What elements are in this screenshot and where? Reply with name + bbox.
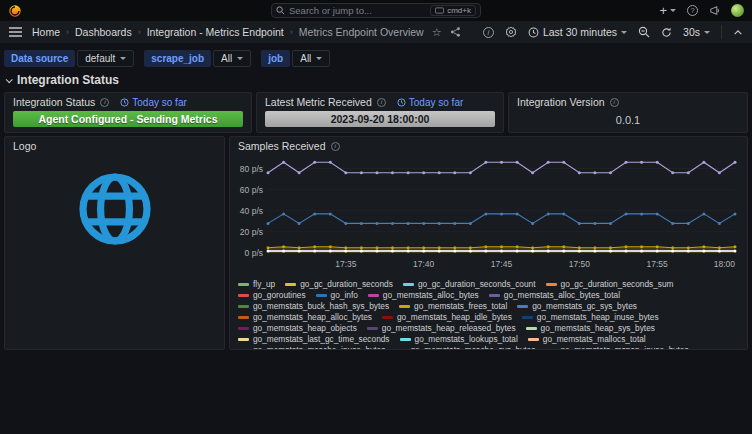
- legend-label: go_memstats_buck_hash_sys_bytes: [253, 301, 389, 312]
- variable-value: All: [221, 53, 232, 64]
- variable-data-source[interactable]: Data source default: [4, 50, 134, 67]
- panel-title: Integration Status: [13, 96, 95, 108]
- dashboard-insights-icon[interactable]: i: [483, 27, 494, 38]
- breadcrumb-home[interactable]: Home: [32, 26, 60, 38]
- section-title: Integration Status: [17, 73, 119, 87]
- legend-item[interactable]: go_memstats_heap_released_bytes: [367, 323, 516, 334]
- dashboard-content: Data source default scrape_job All job A…: [0, 43, 752, 350]
- help-icon[interactable]: ?: [687, 5, 698, 16]
- section-chevron-icon: [6, 76, 13, 83]
- chart-legend: fly_upgo_gc_duration_secondsgo_gc_durati…: [230, 277, 747, 350]
- legend-item[interactable]: go_memstats_mallocs_total: [528, 334, 646, 345]
- refresh-icon[interactable]: [661, 27, 672, 38]
- legend-label: go_info: [331, 290, 358, 301]
- variable-scrape-job[interactable]: scrape_job All: [144, 50, 251, 67]
- svg-text:17:50: 17:50: [569, 259, 591, 269]
- legend-item[interactable]: go_gc_duration_seconds: [285, 279, 393, 290]
- legend-item[interactable]: go_gc_duration_seconds_count: [403, 279, 536, 290]
- panel-title: Integration Version: [517, 96, 605, 108]
- legend-swatch-icon: [367, 327, 378, 330]
- legend-item[interactable]: fly_up: [238, 279, 275, 290]
- legend-swatch-icon: [395, 349, 406, 350]
- breadcrumb-current: Metrics Endpoint Overview: [299, 26, 424, 38]
- clock-icon: [120, 98, 129, 107]
- search-input[interactable]: Search or jump to... cmd+k: [271, 3, 481, 18]
- info-icon[interactable]: i: [331, 142, 340, 151]
- panel-time-override: Today so far: [397, 97, 463, 108]
- legend-label: go_memstats_mcache_sys_bytes: [410, 345, 535, 350]
- breadcrumb-dashboards[interactable]: Dashboards: [75, 26, 132, 38]
- legend-item[interactable]: go_memstats_mcache_inuse_bytes: [238, 345, 385, 350]
- panel-logo: Logo: [4, 136, 225, 350]
- legend-item[interactable]: go_memstats_gc_sys_bytes: [517, 301, 637, 312]
- svg-text:17:55: 17:55: [647, 259, 669, 269]
- legend-swatch-icon: [238, 294, 249, 297]
- legend-item[interactable]: go_gc_duration_seconds_sum: [546, 279, 674, 290]
- legend-item[interactable]: go_memstats_mspan_inuse_bytes: [545, 345, 688, 350]
- legend-swatch-icon: [368, 294, 379, 297]
- share-icon[interactable]: [450, 27, 461, 37]
- grafana-logo-icon[interactable]: [8, 4, 22, 18]
- chevron-down-icon: [704, 31, 710, 34]
- legend-item[interactable]: go_memstats_alloc_bytes: [368, 290, 479, 301]
- svg-text:17:45: 17:45: [491, 259, 513, 269]
- star-icon[interactable]: ☆: [432, 27, 442, 38]
- legend-label: go_memstats_mspan_inuse_bytes: [560, 345, 688, 350]
- legend-item[interactable]: go_memstats_alloc_bytes_total: [489, 290, 620, 301]
- legend-label: go_gc_duration_seconds: [300, 279, 393, 290]
- legend-label: go_memstats_heap_idle_bytes: [397, 312, 512, 323]
- legend-item[interactable]: go_memstats_heap_idle_bytes: [382, 312, 512, 323]
- legend-label: fly_up: [253, 279, 275, 290]
- legend-item[interactable]: go_memstats_mcache_sys_bytes: [395, 345, 535, 350]
- legend-item[interactable]: go_memstats_heap_objects: [238, 323, 357, 334]
- legend-item[interactable]: go_memstats_lookups_total: [400, 334, 518, 345]
- legend-swatch-icon: [238, 305, 249, 308]
- refresh-interval-picker[interactable]: 30s: [683, 26, 710, 38]
- breadcrumb: Home › Dashboards › Integration - Metric…: [32, 26, 424, 38]
- variable-value: default: [85, 53, 115, 64]
- info-icon[interactable]: i: [610, 98, 619, 107]
- search-icon: [276, 6, 285, 15]
- time-override-label: Today so far: [132, 97, 186, 108]
- samples-chart[interactable]: 0 p/s20 p/s40 p/s60 p/s80 p/s17:3517:401…: [236, 153, 741, 273]
- legend-item[interactable]: go_memstats_heap_alloc_bytes: [238, 312, 372, 323]
- legend-label: go_memstats_mcache_inuse_bytes: [253, 345, 385, 350]
- news-icon[interactable]: [709, 5, 720, 16]
- panel-latest-metric-received: Latest Metric Received i Today so far 20…: [256, 92, 504, 133]
- chevron-down-icon: [621, 31, 627, 34]
- svg-text:80 p/s: 80 p/s: [240, 164, 263, 174]
- panel-title: Logo: [13, 140, 36, 152]
- top-header-bar: Search or jump to... cmd+k + ?: [0, 0, 752, 21]
- divider: [721, 25, 722, 39]
- latest-metric-value: 2023-09-20 18:00:00: [265, 111, 495, 127]
- svg-text:60 p/s: 60 p/s: [240, 185, 263, 195]
- section-integration-status[interactable]: Integration Status: [4, 71, 748, 92]
- zoom-out-icon[interactable]: [638, 26, 650, 38]
- breadcrumb-integration[interactable]: Integration - Metrics Endpoint: [147, 26, 284, 38]
- legend-item[interactable]: go_info: [316, 290, 358, 301]
- add-button[interactable]: +: [659, 4, 676, 17]
- legend-swatch-icon: [517, 305, 528, 308]
- legend-item[interactable]: go_memstats_buck_hash_sys_bytes: [238, 301, 389, 312]
- collapse-toolbar-icon[interactable]: [733, 28, 743, 36]
- time-range-label: Last 30 minutes: [543, 26, 617, 38]
- info-icon[interactable]: i: [100, 98, 109, 107]
- dashboard-settings-icon[interactable]: [505, 26, 517, 38]
- time-override-label: Today so far: [409, 97, 463, 108]
- legend-label: go_memstats_last_gc_time_seconds: [253, 334, 390, 345]
- legend-item[interactable]: go_memstats_heap_inuse_bytes: [522, 312, 659, 323]
- legend-label: go_memstats_mallocs_total: [543, 334, 646, 345]
- legend-item[interactable]: go_goroutines: [238, 290, 306, 301]
- version-value: 0.0.1: [509, 114, 747, 126]
- time-range-picker[interactable]: Last 30 minutes: [528, 26, 627, 38]
- clock-icon: [528, 27, 539, 38]
- status-badge: Agent Configured - Sending Metrics: [13, 111, 243, 127]
- menu-icon[interactable]: [9, 27, 22, 37]
- legend-label: go_memstats_lookups_total: [415, 334, 518, 345]
- legend-item[interactable]: go_memstats_last_gc_time_seconds: [238, 334, 390, 345]
- legend-item[interactable]: go_memstats_heap_sys_bytes: [526, 323, 655, 334]
- avatar[interactable]: [731, 4, 744, 17]
- variable-job[interactable]: job All: [261, 50, 330, 67]
- legend-item[interactable]: go_memstats_frees_total: [399, 301, 507, 312]
- info-icon[interactable]: i: [377, 98, 386, 107]
